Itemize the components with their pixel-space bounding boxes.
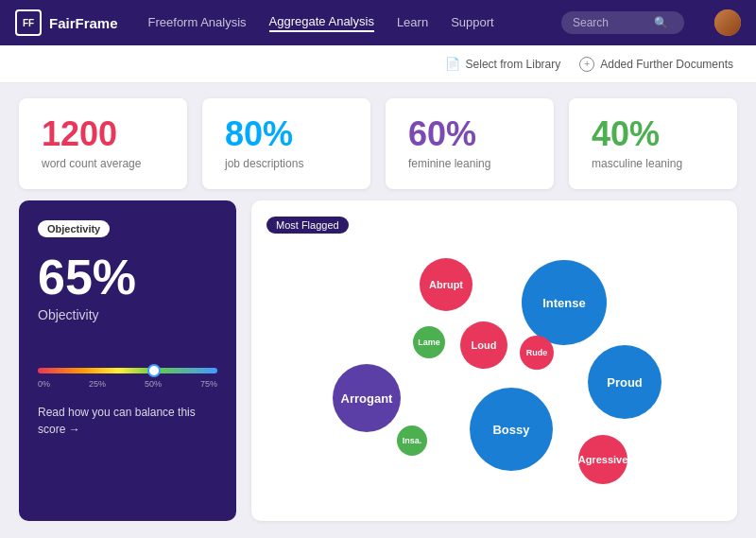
stat-masculine: 40% masculine leaning <box>569 98 737 189</box>
balance-link[interactable]: Read how you can balance this score → <box>38 404 217 438</box>
sub-toolbar: 📄 Select from Library + Added Further Do… <box>0 45 756 83</box>
logo-text: FairFrame <box>49 15 118 31</box>
bubble-abrupt[interactable]: Abrupt <box>420 258 472 311</box>
slider-labels: 0% 25% 50% 75% <box>38 379 217 389</box>
slider-label-25: 25% <box>89 379 106 389</box>
bubble-arrogant[interactable]: Arrogant <box>333 364 401 432</box>
bubble-area: IntenseProudBossyArrogantLoudAbruptRudeL… <box>266 241 722 506</box>
stat-number-word-count: 1200 <box>42 117 164 151</box>
logo-area: FF FairFrame <box>15 9 118 36</box>
nav-freeform[interactable]: Freeform Analysis <box>148 15 247 31</box>
slider-label-75: 75% <box>200 379 217 389</box>
bubble-insa.[interactable]: Insa. <box>397 425 427 456</box>
search-bar[interactable]: 🔍 <box>561 11 684 34</box>
bubble-loud[interactable]: Loud <box>460 321 507 369</box>
nav-links: Freeform Analysis Aggregate Analysis Lea… <box>148 14 539 32</box>
slider-label-0: 0% <box>38 379 50 389</box>
select-library-button[interactable]: 📄 Select from Library <box>445 57 561 71</box>
stat-label-masculine: masculine leaning <box>592 157 714 170</box>
navbar: FF FairFrame Freeform Analysis Aggregate… <box>0 0 756 45</box>
objectivity-slider[interactable]: 0% 25% 50% 75% <box>38 368 217 389</box>
nav-aggregate[interactable]: Aggregate Analysis <box>269 14 374 32</box>
stat-label-feminine: feminine leaning <box>408 157 531 170</box>
add-documents-button[interactable]: + Added Further Documents <box>579 57 733 72</box>
objectivity-label: Objectivity <box>38 307 217 322</box>
bubble-agressive[interactable]: Agressive <box>578 435 627 484</box>
select-library-label: Select from Library <box>466 58 561 71</box>
stat-job-desc: 80% job descriptions <box>202 98 370 189</box>
logo-icon: FF <box>15 9 42 36</box>
stat-label-word-count: word count average <box>42 157 164 170</box>
most-flagged-badge: Most Flagged <box>266 217 349 234</box>
search-input[interactable] <box>573 16 648 29</box>
objectivity-percent: 65% <box>38 252 217 302</box>
bubble-lame[interactable]: Lame <box>413 326 445 358</box>
stat-number-masculine: 40% <box>592 117 714 151</box>
add-documents-label: Added Further Documents <box>600 58 733 71</box>
search-icon: 🔍 <box>654 16 668 29</box>
objectivity-badge: Objectivity <box>38 220 110 237</box>
bubble-intense[interactable]: Intense <box>522 260 607 345</box>
slider-track <box>38 368 217 373</box>
avatar-image <box>714 9 741 36</box>
stat-number-feminine: 60% <box>408 117 531 151</box>
slider-label-50: 50% <box>145 379 162 389</box>
bubble-proud[interactable]: Proud <box>588 345 662 419</box>
bubble-rude[interactable]: Rude <box>520 336 554 370</box>
document-icon: 📄 <box>445 57 460 71</box>
stat-word-count: 1200 word count average <box>19 98 187 189</box>
stat-label-job-desc: job descriptions <box>225 157 348 170</box>
plus-icon: + <box>579 57 594 72</box>
bottom-row: Objectivity 65% Objectivity 0% 25% 50% 7… <box>0 200 756 536</box>
stats-row: 1200 word count average 80% job descript… <box>0 83 756 200</box>
nav-support[interactable]: Support <box>451 15 494 31</box>
stat-number-job-desc: 80% <box>225 117 348 151</box>
avatar[interactable] <box>714 9 741 36</box>
nav-learn[interactable]: Learn <box>397 15 428 31</box>
slider-thumb <box>147 364 161 377</box>
bubble-bossy[interactable]: Bossy <box>470 388 553 471</box>
stat-feminine: 60% feminine leaning <box>386 98 554 189</box>
objectivity-card: Objectivity 65% Objectivity 0% 25% 50% 7… <box>19 200 236 521</box>
bubble-chart-card: Most Flagged IntenseProudBossyArrogantLo… <box>251 200 737 521</box>
